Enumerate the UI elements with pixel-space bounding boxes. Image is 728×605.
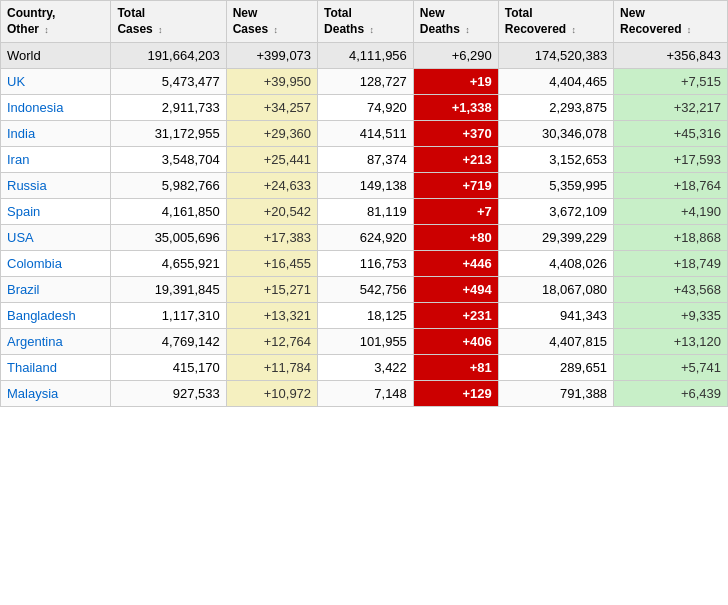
total-recovered: 289,651 <box>498 355 613 381</box>
table-row: Spain 4,161,850 +20,542 81,119 +7 3,672,… <box>1 199 728 225</box>
new-recovered: +18,749 <box>614 251 728 277</box>
new-recovered: +32,217 <box>614 95 728 121</box>
header-new-deaths[interactable]: NewDeaths ↕ <box>413 1 498 43</box>
country-name[interactable]: Russia <box>1 173 111 199</box>
new-deaths: +81 <box>413 355 498 381</box>
country-link[interactable]: USA <box>7 230 34 245</box>
country-link[interactable]: Colombia <box>7 256 62 271</box>
sort-icon-total-cases[interactable]: ↕ <box>158 25 163 37</box>
sort-icon-country[interactable]: ↕ <box>44 25 49 37</box>
sort-icon-total-deaths[interactable]: ↕ <box>369 25 374 37</box>
country-link[interactable]: Thailand <box>7 360 57 375</box>
table-row: Bangladesh 1,117,310 +13,321 18,125 +231… <box>1 303 728 329</box>
country-name[interactable]: Brazil <box>1 277 111 303</box>
new-cases: +13,321 <box>226 303 317 329</box>
country-link[interactable]: UK <box>7 74 25 89</box>
total-recovered: 941,343 <box>498 303 613 329</box>
new-deaths: +1,338 <box>413 95 498 121</box>
table-row: India 31,172,955 +29,360 414,511 +370 30… <box>1 121 728 147</box>
total-cases: 19,391,845 <box>111 277 226 303</box>
total-deaths: 18,125 <box>318 303 414 329</box>
table-row: UK 5,473,477 +39,950 128,727 +19 4,404,4… <box>1 69 728 95</box>
country-name[interactable]: Malaysia <box>1 381 111 407</box>
table-row: Indonesia 2,911,733 +34,257 74,920 +1,33… <box>1 95 728 121</box>
country-link[interactable]: Indonesia <box>7 100 63 115</box>
header-new-cases[interactable]: NewCases ↕ <box>226 1 317 43</box>
total-cases: 415,170 <box>111 355 226 381</box>
new-deaths: +80 <box>413 225 498 251</box>
new-deaths: +370 <box>413 121 498 147</box>
country-link[interactable]: Russia <box>7 178 47 193</box>
table-row: Thailand 415,170 +11,784 3,422 +81 289,6… <box>1 355 728 381</box>
sort-icon-new-cases[interactable]: ↕ <box>273 25 278 37</box>
total-cases: 31,172,955 <box>111 121 226 147</box>
total-deaths: 101,955 <box>318 329 414 355</box>
new-cases: +10,972 <box>226 381 317 407</box>
world-country: World <box>1 43 111 69</box>
covid-stats-table: Country,Other ↕ TotalCases ↕ NewCases ↕ … <box>0 0 728 407</box>
country-name[interactable]: Argentina <box>1 329 111 355</box>
new-deaths: +494 <box>413 277 498 303</box>
new-cases: +34,257 <box>226 95 317 121</box>
country-link[interactable]: Argentina <box>7 334 63 349</box>
sort-icon-new-recovered[interactable]: ↕ <box>687 25 692 37</box>
country-name[interactable]: Iran <box>1 147 111 173</box>
new-deaths: +213 <box>413 147 498 173</box>
header-total-deaths[interactable]: TotalDeaths ↕ <box>318 1 414 43</box>
new-recovered: +13,120 <box>614 329 728 355</box>
country-link[interactable]: Brazil <box>7 282 40 297</box>
header-new-recovered[interactable]: NewRecovered ↕ <box>614 1 728 43</box>
world-new-deaths: +6,290 <box>413 43 498 69</box>
new-recovered: +43,568 <box>614 277 728 303</box>
country-link[interactable]: Iran <box>7 152 29 167</box>
country-name[interactable]: India <box>1 121 111 147</box>
new-cases: +20,542 <box>226 199 317 225</box>
new-deaths: +7 <box>413 199 498 225</box>
country-link[interactable]: Spain <box>7 204 40 219</box>
world-new-cases: +399,073 <box>226 43 317 69</box>
country-link[interactable]: Malaysia <box>7 386 58 401</box>
country-link[interactable]: Bangladesh <box>7 308 76 323</box>
world-total-recovered: 174,520,383 <box>498 43 613 69</box>
table-row: Russia 5,982,766 +24,633 149,138 +719 5,… <box>1 173 728 199</box>
header-country[interactable]: Country,Other ↕ <box>1 1 111 43</box>
new-cases: +17,383 <box>226 225 317 251</box>
country-name[interactable]: USA <box>1 225 111 251</box>
total-recovered: 791,388 <box>498 381 613 407</box>
table-row: USA 35,005,696 +17,383 624,920 +80 29,39… <box>1 225 728 251</box>
total-deaths: 128,727 <box>318 69 414 95</box>
new-recovered: +18,764 <box>614 173 728 199</box>
total-deaths: 87,374 <box>318 147 414 173</box>
new-cases: +11,784 <box>226 355 317 381</box>
total-cases: 5,982,766 <box>111 173 226 199</box>
country-name[interactable]: Bangladesh <box>1 303 111 329</box>
table-row: Colombia 4,655,921 +16,455 116,753 +446 … <box>1 251 728 277</box>
new-recovered: +5,741 <box>614 355 728 381</box>
header-total-cases[interactable]: TotalCases ↕ <box>111 1 226 43</box>
sort-icon-total-recovered[interactable]: ↕ <box>572 25 577 37</box>
new-cases: +16,455 <box>226 251 317 277</box>
country-name[interactable]: Colombia <box>1 251 111 277</box>
total-cases: 3,548,704 <box>111 147 226 173</box>
country-name[interactable]: Spain <box>1 199 111 225</box>
country-link[interactable]: India <box>7 126 35 141</box>
new-cases: +15,271 <box>226 277 317 303</box>
total-deaths: 116,753 <box>318 251 414 277</box>
header-total-recovered[interactable]: TotalRecovered ↕ <box>498 1 613 43</box>
country-name[interactable]: Indonesia <box>1 95 111 121</box>
new-cases: +12,764 <box>226 329 317 355</box>
total-cases: 4,161,850 <box>111 199 226 225</box>
new-cases: +29,360 <box>226 121 317 147</box>
total-cases: 4,655,921 <box>111 251 226 277</box>
total-deaths: 542,756 <box>318 277 414 303</box>
total-cases: 1,117,310 <box>111 303 226 329</box>
total-recovered: 5,359,995 <box>498 173 613 199</box>
new-recovered: +18,868 <box>614 225 728 251</box>
country-name[interactable]: UK <box>1 69 111 95</box>
new-recovered: +6,439 <box>614 381 728 407</box>
total-recovered: 29,399,229 <box>498 225 613 251</box>
sort-icon-new-deaths[interactable]: ↕ <box>465 25 470 37</box>
new-recovered: +4,190 <box>614 199 728 225</box>
total-deaths: 414,511 <box>318 121 414 147</box>
country-name[interactable]: Thailand <box>1 355 111 381</box>
